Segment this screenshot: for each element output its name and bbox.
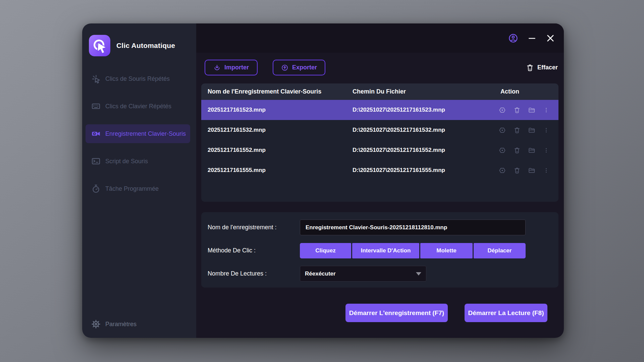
more-options-icon[interactable] xyxy=(543,107,549,113)
import-button[interactable]: Importer xyxy=(205,60,258,75)
method-wheel-button[interactable]: Molette xyxy=(420,243,473,258)
recording-name: 20251217161552.mnp xyxy=(208,147,353,154)
sidebar-item-label: Enregistrement Clavier-Souris xyxy=(105,130,186,137)
app-window: Clic Automatique Clics de Souris Répétés xyxy=(82,23,564,338)
click-method-row: Méthode De Clic : Cliquez Intervalle D'A… xyxy=(208,243,558,258)
record-name-input[interactable] xyxy=(300,220,526,235)
view-icon[interactable] xyxy=(499,147,506,154)
recording-path: D:\20251027\20251217161555.mnp xyxy=(353,167,493,174)
sidebar-item-label: Paramètres xyxy=(105,321,137,328)
footer-actions: Démarrer L'enregistrement (F7) Démarrer … xyxy=(201,304,558,322)
method-action-interval-button[interactable]: Intervalle D'Action xyxy=(352,243,419,258)
mouse-click-icon xyxy=(91,74,101,84)
delete-icon[interactable] xyxy=(514,167,521,174)
playback-count-dropdown[interactable]: Réexécuter xyxy=(300,266,426,282)
app-logo-icon xyxy=(89,35,110,56)
titlebar xyxy=(196,23,564,53)
sidebar-item-mouse-script[interactable]: Script de Souris xyxy=(86,152,190,171)
sidebar-item-scheduled-task[interactable]: Tâche Programmée xyxy=(86,179,190,198)
record-name-label: Nom de l'enregistrement : xyxy=(208,224,300,231)
terminal-icon xyxy=(91,156,101,166)
click-method-label: Méthode De Clic : xyxy=(208,247,300,254)
keyboard-icon xyxy=(91,101,101,111)
table-row[interactable]: 20251217161523.mnp D:\20251027\202512171… xyxy=(201,100,558,120)
import-label: Importer xyxy=(224,64,249,71)
more-options-icon[interactable] xyxy=(543,147,549,154)
main-area: Importer Exporter Effacer xyxy=(196,23,564,338)
recordings-table: Nom de l'Enregistrement Clavier-Souris C… xyxy=(201,83,558,202)
clear-button[interactable]: Effacer xyxy=(526,64,558,72)
delete-icon[interactable] xyxy=(514,127,521,134)
toolbar: Importer Exporter Effacer xyxy=(205,60,558,75)
view-icon[interactable] xyxy=(499,127,506,134)
sidebar-item-keyboard-clicks[interactable]: Clics de Clavier Répétés xyxy=(86,97,190,116)
row-actions xyxy=(493,147,558,154)
content: Importer Exporter Effacer xyxy=(196,53,564,338)
view-icon[interactable] xyxy=(499,107,506,114)
start-recording-button[interactable]: Démarrer L'enregistrement (F7) xyxy=(345,304,448,322)
sidebar-item-label: Script de Souris xyxy=(105,158,148,165)
brand: Clic Automatique xyxy=(82,35,196,56)
column-header-name: Nom de l'Enregistrement Clavier-Souris xyxy=(208,88,353,95)
trash-icon xyxy=(526,64,534,72)
recording-settings-panel: Nom de l'enregistrement : Méthode De Cli… xyxy=(201,212,558,288)
account-button[interactable] xyxy=(508,33,518,43)
delete-icon[interactable] xyxy=(514,147,521,154)
sidebar-item-recording[interactable]: Enregistrement Clavier-Souris xyxy=(86,124,190,143)
table-row[interactable]: 20251217161555.mnp D:\20251027\202512171… xyxy=(201,160,558,180)
video-camera-icon xyxy=(91,129,101,139)
start-playback-button[interactable]: Démarrer La Lecture (F8) xyxy=(465,304,547,322)
more-options-icon[interactable] xyxy=(543,127,549,133)
table-row[interactable]: 20251217161532.mnp D:\20251027\202512171… xyxy=(201,120,558,140)
open-folder-icon[interactable] xyxy=(528,107,535,114)
recording-path: D:\20251027\20251217161532.mnp xyxy=(353,127,493,133)
sidebar-item-mouse-clicks[interactable]: Clics de Souris Répétés xyxy=(86,69,190,88)
sidebar-nav: Clics de Souris Répétés Clics de Clavier… xyxy=(82,69,196,198)
gear-icon xyxy=(91,319,101,329)
row-actions xyxy=(493,127,558,134)
dropdown-value: Réexécuter xyxy=(305,270,336,277)
playback-count-row: Nombre De Lectures : Réexécuter xyxy=(208,266,558,282)
row-actions xyxy=(493,107,558,114)
table-header: Nom de l'Enregistrement Clavier-Souris C… xyxy=(201,83,558,100)
row-actions xyxy=(493,167,558,174)
recording-path: D:\20251027\20251217161523.mnp xyxy=(353,107,493,113)
delete-icon[interactable] xyxy=(514,107,521,114)
sidebar-item-label: Clics de Souris Répétés xyxy=(105,75,170,82)
export-button[interactable]: Exporter xyxy=(273,60,325,75)
upload-icon xyxy=(281,64,288,71)
method-move-button[interactable]: Déplacer xyxy=(474,243,526,258)
stopwatch-icon xyxy=(91,184,101,194)
download-icon xyxy=(213,64,221,71)
recording-name: 20251217161555.mnp xyxy=(208,167,353,174)
click-method-segments: Cliquez Intervalle D'Action Molette Dépl… xyxy=(300,243,526,258)
minimize-button[interactable] xyxy=(528,34,536,43)
chevron-down-icon xyxy=(416,272,421,276)
view-icon[interactable] xyxy=(499,167,506,174)
recording-name: 20251217161523.mnp xyxy=(208,107,353,113)
recording-name: 20251217161532.mnp xyxy=(208,127,353,133)
sidebar: Clic Automatique Clics de Souris Répétés xyxy=(82,23,196,338)
open-folder-icon[interactable] xyxy=(528,147,535,154)
clear-label: Effacer xyxy=(537,64,558,71)
table-row[interactable]: 20251217161552.mnp D:\20251027\202512171… xyxy=(201,140,558,160)
sidebar-item-settings[interactable]: Paramètres xyxy=(86,315,190,334)
playback-count-label: Nombre De Lectures : xyxy=(208,270,300,277)
export-label: Exporter xyxy=(292,64,317,71)
column-header-path: Chemin Du Fichier xyxy=(353,88,493,95)
recording-path: D:\20251027\20251217161552.mnp xyxy=(353,147,493,154)
record-name-row: Nom de l'enregistrement : xyxy=(208,220,558,235)
column-header-action: Action xyxy=(493,88,558,95)
sidebar-item-label: Tâche Programmée xyxy=(105,185,159,192)
sidebar-item-label: Clics de Clavier Répétés xyxy=(105,103,171,110)
open-folder-icon[interactable] xyxy=(528,127,535,134)
method-click-button[interactable]: Cliquez xyxy=(300,243,351,258)
open-folder-icon[interactable] xyxy=(528,167,535,174)
more-options-icon[interactable] xyxy=(543,167,549,174)
close-button[interactable] xyxy=(546,34,555,43)
app-title: Clic Automatique xyxy=(116,42,175,50)
